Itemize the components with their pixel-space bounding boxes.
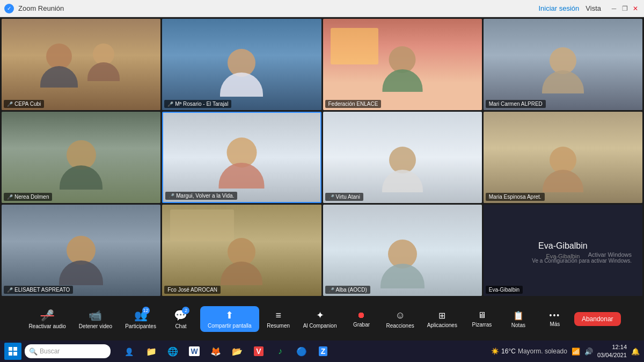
close-button[interactable]: ✕: [631, 4, 640, 13]
participant-name-9: ELISABET ASPREATO: [14, 287, 70, 293]
muted-icon-2: 🎤: [167, 102, 173, 107]
windows-icon: [9, 347, 17, 356]
weather-temp: 16°C: [501, 347, 516, 355]
companion-button[interactable]: ✦ Al Companion: [298, 306, 342, 332]
companion-icon: ✦: [316, 309, 324, 321]
audio-button[interactable]: 🎤 Reactivar audio: [23, 306, 71, 332]
avast-icon: V: [254, 346, 263, 356]
apps-icon: ⊞: [438, 310, 445, 321]
clock-date: 03/04/2021: [597, 351, 627, 359]
share-label: Compartir pantalla: [208, 323, 252, 329]
tile-label-3: Federación ENLACE: [325, 100, 382, 108]
audio-label: Reactivar audio: [28, 323, 65, 329]
participant-name-11: Alba (AOCD): [336, 287, 367, 293]
chat-badge: 2: [182, 307, 189, 314]
leave-label: Abandonar: [582, 315, 613, 323]
taskbar-app-files[interactable]: 📂: [228, 342, 247, 361]
word-icon: W: [189, 346, 199, 356]
share-icon: ⬆: [225, 309, 233, 321]
more-button[interactable]: ••• Más: [538, 308, 572, 330]
video-button[interactable]: 📹 Detener video: [74, 306, 118, 332]
whiteboard-button[interactable]: 🖥 Pizarras: [465, 307, 499, 331]
muted-icon-1: 🎤: [7, 102, 13, 107]
signin-link[interactable]: Iniciar sesión: [538, 4, 579, 12]
taskbar-app-edge[interactable]: 🌐: [163, 342, 182, 361]
record-label: Grabar: [353, 322, 370, 328]
svg-rect-1: [13, 347, 17, 351]
taskbar-apps: 📁 🌐 W 🦊 📂 V ♪ 🔵 Z: [114, 342, 488, 361]
summary-icon: ≡: [275, 310, 281, 321]
taskbar-app-zoom[interactable]: Z: [313, 342, 333, 361]
whiteboard-icon: 🖥: [478, 310, 486, 320]
system-tray-icons: ☀️ 16°C Mayorm. soleado: [491, 347, 567, 355]
watermark-text: Activar Windows Ve a Configuración para …: [532, 251, 632, 264]
taskbar-app-firefox[interactable]: 🦊: [206, 342, 225, 361]
start-button[interactable]: [4, 343, 21, 360]
explorer-icon: 📁: [146, 346, 157, 357]
taskbar-app-avast[interactable]: V: [249, 342, 268, 361]
leave-button[interactable]: Abandonar: [574, 312, 621, 326]
participant-name-6: Margui, Volver a la Vida.: [176, 193, 234, 199]
notifications-icon[interactable]: 🔔: [631, 347, 640, 356]
title-bar-left: ✓ Zoom Reunión: [4, 4, 64, 13]
muted-icon-9: 🎤: [7, 287, 13, 293]
record-icon: ⏺: [357, 310, 365, 320]
record-button[interactable]: ⏺ Grabar: [344, 307, 378, 331]
share-button[interactable]: ⬆ Compartir pantalla: [200, 306, 259, 332]
tile-label-8: Maria Espinosa Apret.: [486, 193, 545, 201]
notes-button[interactable]: 📋 Notas: [501, 307, 536, 331]
summary-button[interactable]: ≡ Resumen: [261, 307, 296, 332]
tile-label-6: 🎤 Margui, Volver a la Vida.: [165, 192, 237, 200]
firefox-icon: 🦊: [210, 346, 221, 357]
video-tile-12: Eva-Gibalbin Eva-Gibalbin Activar Window…: [484, 205, 642, 296]
edge-icon: 🌐: [167, 346, 178, 357]
participant-name-7: Virtu Atani: [336, 194, 360, 200]
participant-name-10: Fco José ADROCAN: [167, 287, 217, 293]
video-tile-5: 🎤 Nerea Dolmen: [2, 112, 160, 203]
video-tile-1: 🎤 CEPA Cubi: [2, 19, 160, 110]
video-tile-3: Federación ENLACE: [323, 19, 482, 110]
files-icon: 📂: [232, 346, 243, 357]
participants-button[interactable]: 👥 12 Participantes: [120, 306, 162, 332]
taskbar-clock[interactable]: 12:14 03/04/2021: [597, 343, 627, 360]
taskbar-app-spotify[interactable]: ♪: [270, 342, 290, 361]
participant-name-5: Nerea Dolmen: [14, 194, 49, 200]
restore-button[interactable]: ❐: [620, 4, 629, 13]
apps-button[interactable]: ⊞ Aplicaciones: [422, 307, 463, 331]
view-btn[interactable]: Vista: [586, 4, 601, 12]
more-icon: •••: [550, 311, 561, 320]
muted-icon-11: 🎤: [328, 287, 334, 293]
chat-button[interactable]: 💬 2 Chat: [164, 306, 198, 332]
notes-icon: 📋: [513, 310, 524, 321]
tile-label-11: 🎤 Alba (AOCD): [325, 286, 370, 294]
participants-label: Participantes: [125, 323, 156, 329]
participant-name-1: CEPA Cubi: [14, 101, 41, 107]
participant-name-display-12: Eva-Gibalbin: [538, 241, 588, 251]
muted-icon-7: 🎤: [328, 194, 334, 200]
minimize-button[interactable]: ─: [610, 4, 618, 13]
companion-label: Al Companion: [303, 323, 337, 329]
zoom-icon: Z: [319, 346, 328, 356]
taskbar-search[interactable]: 🔍 Buscar: [25, 344, 111, 358]
weather-icon: ☀️: [491, 347, 499, 355]
taskbar-app-chrome[interactable]: 🔵: [292, 342, 311, 361]
taskbar-app-thumbnail[interactable]: [118, 342, 140, 361]
zoom-shield-icon: ✓: [4, 4, 14, 13]
taskbar: 🔍 Buscar 📁 🌐 W 🦊 📂 V ♪ 🔵 Z: [0, 341, 644, 362]
video-tile-11: 🎤 Alba (AOCD): [323, 205, 482, 296]
taskbar-app-word[interactable]: W: [185, 342, 204, 361]
window-controls: ─ ❐ ✕: [610, 4, 640, 13]
thumbnail-image: [121, 344, 136, 359]
more-label: Más: [550, 321, 560, 327]
video-tile-6: 🎤 Margui, Volver a la Vida.: [162, 112, 321, 203]
svg-rect-0: [9, 347, 12, 351]
taskbar-app-explorer[interactable]: 📁: [142, 342, 161, 361]
muted-icon-6: 🎤: [169, 193, 174, 199]
svg-rect-2: [9, 352, 12, 356]
header-actions: Iniciar sesión Vista: [538, 4, 601, 12]
audio-icon: 🎤: [41, 309, 54, 321]
video-tile-9: 🎤 ELISABET ASPREATO: [2, 205, 160, 296]
spotify-icon: ♪: [278, 346, 282, 356]
whiteboard-label: Pizarras: [472, 322, 492, 328]
reactions-button[interactable]: ☺ Reacciones: [380, 307, 419, 332]
